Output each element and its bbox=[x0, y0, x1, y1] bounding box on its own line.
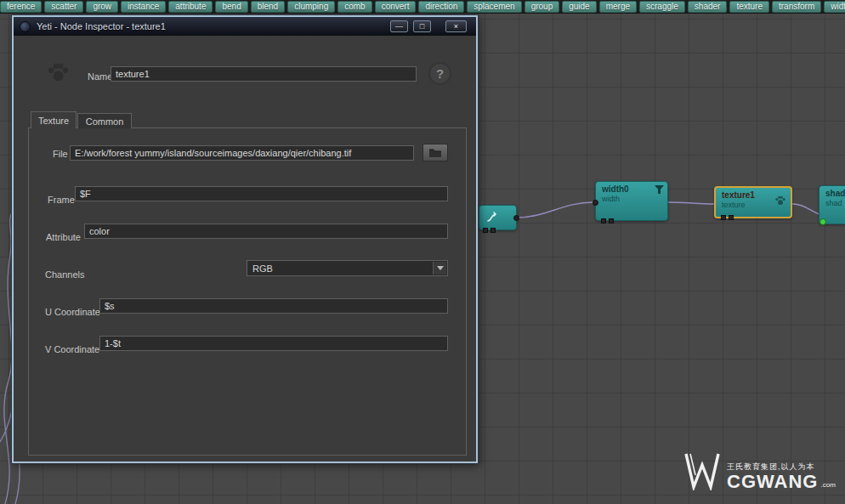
toolbar-button-clumping[interactable]: clumping bbox=[287, 1, 335, 13]
v-coordinate-label: V Coordinate bbox=[45, 344, 99, 354]
frame-input[interactable] bbox=[75, 186, 448, 201]
toolbar-button-transform[interactable]: transform bbox=[772, 1, 821, 13]
node-inspector-window: Yeti - Node Inspector - texture1 — □ × N… bbox=[12, 15, 478, 463]
name-label: Name bbox=[88, 71, 112, 82]
port[interactable] bbox=[729, 215, 734, 220]
toolbar-button-guide[interactable]: guide bbox=[562, 1, 596, 13]
cgwang-logo bbox=[683, 451, 721, 490]
close-button[interactable]: × bbox=[445, 20, 467, 32]
attribute-label: Attribute bbox=[46, 232, 81, 242]
node-convert[interactable] bbox=[479, 205, 517, 230]
toolbar-button-comb[interactable]: comb bbox=[337, 1, 371, 13]
paw-icon bbox=[774, 195, 786, 207]
tab-common[interactable]: Common bbox=[77, 113, 132, 128]
minimize-button[interactable]: — bbox=[390, 20, 408, 32]
frame-label: Frame bbox=[48, 195, 75, 205]
input-port[interactable] bbox=[593, 200, 598, 206]
folder-icon bbox=[428, 148, 442, 158]
name-input[interactable] bbox=[111, 66, 417, 82]
wire-texture-shader bbox=[792, 204, 821, 215]
toolbar-button-convert[interactable]: convert bbox=[375, 1, 417, 13]
toolbar-button-grow[interactable]: grow bbox=[86, 1, 118, 13]
toolbar-button-scatter[interactable]: scatter bbox=[44, 1, 83, 13]
file-label: File bbox=[53, 149, 68, 159]
u-coordinate-input[interactable] bbox=[99, 298, 448, 314]
wire-width-texture bbox=[668, 202, 714, 204]
input-port[interactable] bbox=[483, 228, 488, 233]
toolbar-button-bend[interactable]: bend bbox=[215, 1, 247, 13]
toolbar-button-scraggle[interactable]: scraggle bbox=[639, 1, 685, 13]
paw-icon bbox=[46, 61, 71, 84]
watermark: 王氏教育集团,以人为本 CGWANG .com bbox=[683, 451, 836, 490]
u-coordinate-label: U Coordinate bbox=[45, 307, 100, 317]
node-subtitle: shad bbox=[819, 198, 845, 207]
watermark-text: 王氏教育集团,以人为本 CGWANG .com bbox=[727, 463, 836, 490]
toolbar-button-group[interactable]: group bbox=[525, 1, 560, 13]
v-coordinate-input[interactable] bbox=[99, 336, 448, 351]
file-input[interactable] bbox=[70, 145, 414, 161]
toolbar-button-reference[interactable]: ference bbox=[0, 1, 42, 13]
wire-convert-width bbox=[517, 202, 593, 218]
port[interactable] bbox=[721, 215, 726, 220]
channels-label: Channels bbox=[45, 269, 84, 280]
output-port[interactable] bbox=[513, 215, 519, 221]
toolbar-button-blend[interactable]: blend bbox=[251, 1, 285, 13]
attribute-input[interactable] bbox=[84, 224, 448, 239]
watermark-domain: .com bbox=[820, 482, 835, 490]
toolbar-button-merge[interactable]: merge bbox=[599, 1, 637, 13]
texture-settings-panel bbox=[28, 127, 467, 456]
node-title: shad bbox=[819, 186, 845, 198]
toolbar-button-texture[interactable]: texture bbox=[729, 1, 769, 13]
channels-dropdown[interactable]: RGB bbox=[247, 260, 448, 276]
filter-icon bbox=[655, 185, 664, 194]
tab-texture[interactable]: Texture bbox=[31, 111, 77, 128]
node-width0[interactable]: width0 width bbox=[595, 181, 668, 221]
browse-button[interactable] bbox=[422, 144, 448, 161]
shader-input-port[interactable] bbox=[819, 218, 826, 225]
connector-icon bbox=[486, 211, 500, 224]
toolbar-button-attribute[interactable]: attribute bbox=[168, 1, 213, 13]
chevron-down-icon bbox=[433, 262, 446, 275]
watermark-brand: CGWANG bbox=[727, 473, 818, 490]
toolbar-button-shader[interactable]: shader bbox=[688, 1, 728, 13]
window-title: Yeti - Node Inspector - texture1 bbox=[37, 21, 166, 31]
wire-left-1 bbox=[4, 212, 12, 504]
port[interactable] bbox=[609, 218, 614, 224]
port[interactable] bbox=[601, 218, 606, 224]
toolbar-button-displacement[interactable]: splacemen bbox=[467, 1, 521, 13]
toolbar-button-instance[interactable]: instance bbox=[121, 1, 166, 13]
node-subtitle: width bbox=[596, 194, 667, 203]
question-icon: ? bbox=[436, 66, 444, 81]
maximize-button[interactable]: □ bbox=[413, 20, 431, 32]
toolbar: ference scatter grow instance attribute … bbox=[0, 0, 845, 14]
help-button[interactable]: ? bbox=[428, 62, 451, 85]
input-port[interactable] bbox=[491, 228, 496, 233]
node-texture1[interactable]: texture1 texture bbox=[714, 186, 792, 218]
toolbar-button-width[interactable]: width bbox=[824, 1, 845, 13]
toolbar-button-direction[interactable]: direction bbox=[418, 1, 464, 13]
channels-value: RGB bbox=[252, 263, 273, 274]
yeti-icon bbox=[20, 21, 31, 32]
